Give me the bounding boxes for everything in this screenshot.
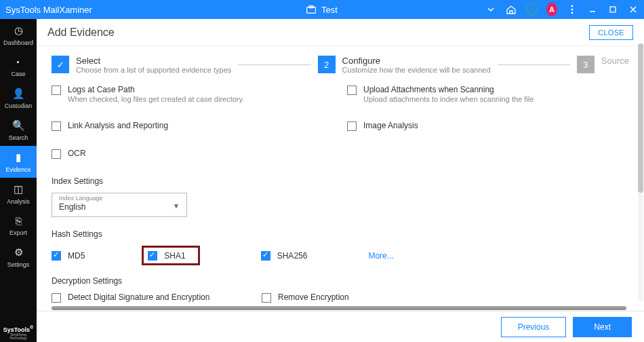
label-link: Link Analysis and Reporting xyxy=(68,121,168,130)
titlebar-center: Test xyxy=(306,5,338,15)
gear-icon: ⚙ xyxy=(14,246,23,259)
kebab-menu-icon[interactable] xyxy=(567,4,578,15)
sidebar-item-evidence[interactable]: ▮Evidence xyxy=(0,146,37,178)
label-sha256: SHA256 xyxy=(277,251,308,261)
checkbox-md5[interactable] xyxy=(52,251,61,261)
index-language-select[interactable]: Index Language English ▼ xyxy=(52,193,187,217)
dashboard-icon: ◷ xyxy=(14,24,23,37)
sidebar-item-case[interactable]: 🞍Case xyxy=(0,51,37,82)
checkbox-logs[interactable] xyxy=(52,86,61,95)
main-panel: Add Evidence CLOSE ✓ SelectChoose from a… xyxy=(37,19,644,342)
brand-logo: SysTools®Simplifying Technology xyxy=(0,323,37,342)
checkbox-ocr[interactable] xyxy=(52,149,61,159)
minimize-icon[interactable] xyxy=(587,4,598,15)
checkbox-detect-sig[interactable] xyxy=(52,293,61,303)
dropdown-arrow-icon[interactable] xyxy=(485,4,496,15)
hash-more-link[interactable]: More... xyxy=(368,251,393,261)
stepper: ✓ SelectChoose from a list of supported … xyxy=(52,56,629,74)
sidebar-item-search[interactable]: 🔍Search xyxy=(0,114,37,146)
label-sha1: SHA1 xyxy=(164,251,185,261)
step-configure[interactable]: 2 ConfigureCustomize how the evidence wi… xyxy=(318,56,491,74)
label-logs: Logs at Case Path xyxy=(68,85,244,94)
previous-button[interactable]: Previous xyxy=(501,317,567,337)
checkbox-remove-enc[interactable] xyxy=(262,293,271,303)
page-title: Add Evidence xyxy=(47,26,115,39)
person-icon: 👤 xyxy=(12,88,25,100)
status-check-icon[interactable]: ✓ xyxy=(526,4,537,15)
sidebar-item-analysis[interactable]: ◫Analysis xyxy=(0,178,37,210)
maximize-icon[interactable] xyxy=(607,4,618,15)
label-md5: MD5 xyxy=(68,251,85,261)
horizontal-scrollbar[interactable] xyxy=(52,306,626,310)
search-icon: 🔍 xyxy=(12,119,25,132)
svg-rect-6 xyxy=(610,7,616,12)
highlight-sha1: SHA1 xyxy=(142,246,199,265)
sidebar: ◷Dashboard 🞍Case 👤Custodian 🔍Search ▮Evi… xyxy=(0,19,37,342)
checkbox-image[interactable] xyxy=(347,121,357,131)
app-title: SysTools MailXaminer xyxy=(5,5,92,15)
label-ocr: OCR xyxy=(68,149,86,158)
checkbox-link[interactable] xyxy=(52,121,61,131)
sidebar-item-settings[interactable]: ⚙Settings xyxy=(0,241,37,273)
checkbox-sha256[interactable] xyxy=(261,251,270,261)
close-button[interactable]: CLOSE xyxy=(589,25,633,40)
project-name: Test xyxy=(321,5,338,15)
sidebar-item-dashboard[interactable]: ◷Dashboard xyxy=(0,19,37,51)
checkbox-upload[interactable] xyxy=(347,86,357,95)
book-icon: ▮ xyxy=(16,151,21,164)
check-icon: ✓ xyxy=(52,56,69,73)
svg-point-4 xyxy=(571,12,573,14)
chevron-down-icon: ▼ xyxy=(173,202,180,210)
checkbox-sha1[interactable] xyxy=(148,251,157,261)
label-image: Image Analysis xyxy=(363,121,418,130)
section-index: Index Settings xyxy=(52,176,629,186)
briefcase-icon xyxy=(306,5,316,14)
sidebar-item-export[interactable]: ⎘Export xyxy=(0,210,37,241)
vertical-scrollbar[interactable] xyxy=(638,43,643,301)
step-select[interactable]: ✓ SelectChoose from a list of supported … xyxy=(52,56,231,74)
next-button[interactable]: Next xyxy=(573,317,632,337)
chart-icon: ◫ xyxy=(14,183,23,195)
export-icon: ⎘ xyxy=(16,215,22,227)
svg-point-2 xyxy=(571,5,573,7)
label-remove-enc: Remove Encryption xyxy=(278,292,349,302)
user-avatar[interactable]: A xyxy=(546,4,557,15)
title-bar: SysTools MailXaminer Test ✓ A xyxy=(0,0,644,19)
step-source: 3 Source xyxy=(577,56,629,73)
briefcase-icon: 🞍 xyxy=(16,56,21,68)
close-window-icon[interactable] xyxy=(628,4,639,15)
section-decrypt: Decryption Settings xyxy=(52,276,629,286)
label-upload: Upload Attachments when Scanning xyxy=(363,85,534,94)
sidebar-item-custodian[interactable]: 👤Custodian xyxy=(0,82,37,114)
svg-point-3 xyxy=(571,9,573,11)
home-icon[interactable] xyxy=(506,4,517,15)
label-detect-sig: Detect Digital Signature and Encryption xyxy=(68,292,209,302)
section-hash: Hash Settings xyxy=(52,229,629,239)
